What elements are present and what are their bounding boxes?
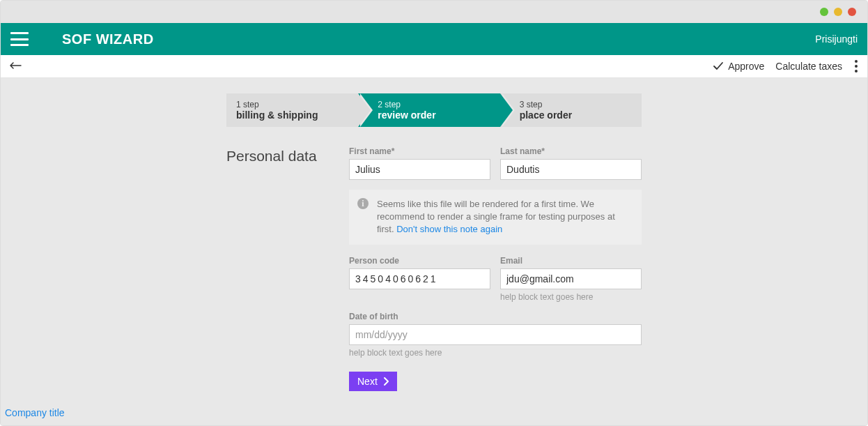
info-note: i Seems like this file will be rendered … <box>349 190 642 245</box>
more-vert-icon[interactable] <box>853 60 859 73</box>
chevron-right-icon <box>380 376 392 387</box>
email-help-text: help block text goes here <box>500 292 642 302</box>
person-code-field: Person code <box>349 256 490 302</box>
step-review-order[interactable]: 2 step review order <box>358 93 499 127</box>
first-name-label: First name* <box>349 146 490 156</box>
hamburger-menu-icon[interactable] <box>10 32 29 46</box>
first-name-field: First name* <box>349 146 490 180</box>
form-section: Personal data First name* Last name* i S… <box>226 146 642 391</box>
dismiss-note-link[interactable]: Don't show this note again <box>396 224 502 234</box>
next-button-label: Next <box>357 376 378 387</box>
window-minimize-dot[interactable] <box>820 8 828 16</box>
email-field: Email help block text goes here <box>500 256 642 302</box>
form-fields: First name* Last name* i Seems like this… <box>349 146 642 391</box>
last-name-field: Last name* <box>500 146 642 180</box>
step-caption: 3 step <box>520 100 635 109</box>
window-close-dot[interactable] <box>848 8 856 16</box>
email-label: Email <box>500 256 642 266</box>
step-place-order[interactable]: 3 step place order <box>500 93 642 127</box>
dob-label: Date of birth <box>349 312 642 321</box>
wizard-steps: 1 step billing & shipping 2 step review … <box>226 93 642 127</box>
first-name-input[interactable] <box>349 159 490 180</box>
step-label: review order <box>378 109 493 121</box>
dob-field: Date of birth help block text goes here <box>349 312 642 358</box>
window-chrome <box>1 1 867 23</box>
step-billing-shipping[interactable]: 1 step billing & shipping <box>226 93 358 127</box>
calculate-taxes-button[interactable]: Calculate taxes <box>775 61 842 72</box>
step-caption: 1 step <box>236 100 351 109</box>
step-label: place order <box>520 109 635 121</box>
app-header: SOF WIZARD Prisijungti <box>1 23 867 55</box>
email-input[interactable] <box>500 268 642 289</box>
approve-button[interactable]: Approve <box>713 61 764 72</box>
last-name-input[interactable] <box>500 159 642 180</box>
app-window: SOF WIZARD Prisijungti Approve Calculate… <box>0 0 868 426</box>
login-link[interactable]: Prisijungti <box>815 33 858 45</box>
content-area: 1 step billing & shipping 2 step review … <box>1 78 867 425</box>
person-code-input[interactable] <box>349 268 490 289</box>
step-label: billing & shipping <box>236 109 351 121</box>
section-title: Personal data <box>226 146 332 391</box>
dob-input[interactable] <box>349 324 642 345</box>
window-controls <box>820 8 856 16</box>
back-arrow-icon[interactable] <box>9 60 22 73</box>
person-code-label: Person code <box>349 256 490 266</box>
last-name-label: Last name* <box>500 146 642 156</box>
toolbar: Approve Calculate taxes <box>1 55 867 78</box>
info-icon: i <box>357 198 369 209</box>
app-title: SOF WIZARD <box>62 31 154 47</box>
dob-help-text: help block text goes here <box>349 348 642 358</box>
window-maximize-dot[interactable] <box>834 8 842 16</box>
check-icon <box>713 61 724 71</box>
step-caption: 2 step <box>378 100 493 109</box>
next-button[interactable]: Next <box>349 372 397 391</box>
approve-label: Approve <box>728 61 764 72</box>
company-link[interactable]: Company title <box>5 407 65 418</box>
